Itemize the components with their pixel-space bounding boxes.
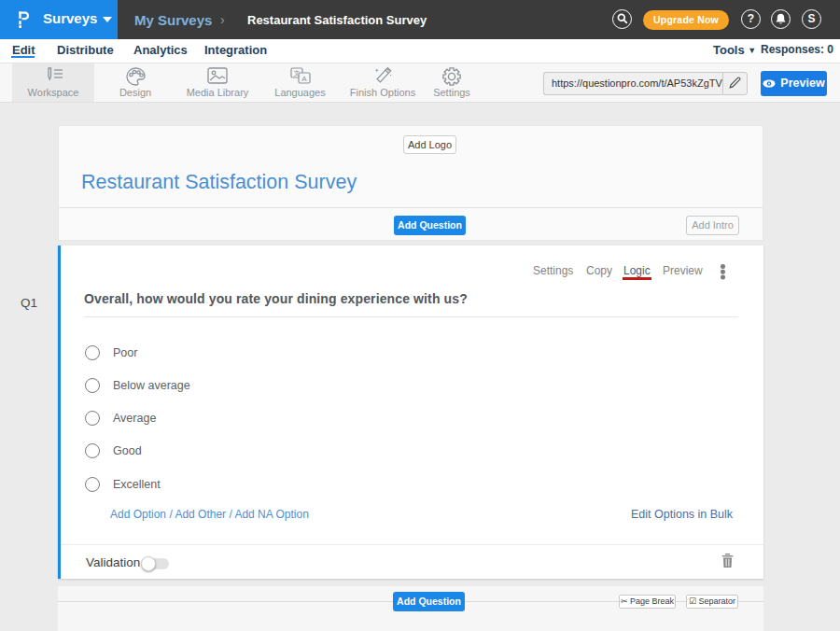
svg-text:文: 文 [293,69,300,77]
svg-text:A: A [301,75,307,83]
